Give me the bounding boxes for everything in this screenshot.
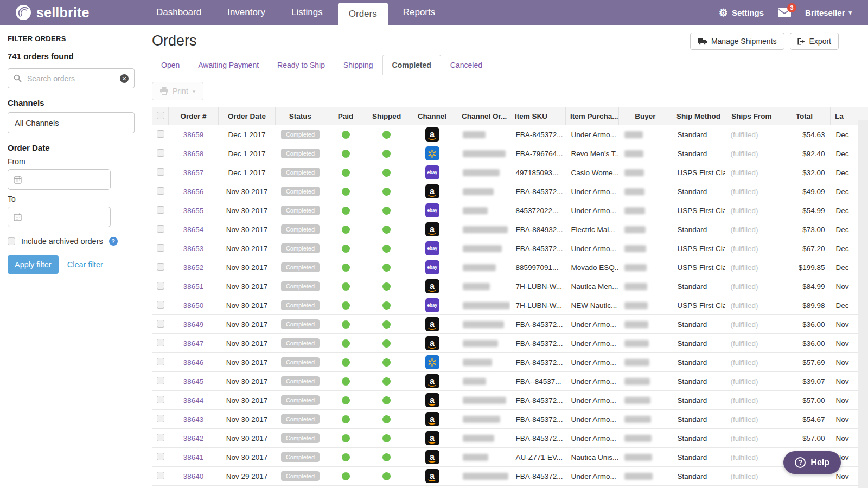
apply-filter-button[interactable]: Apply filter <box>8 255 59 274</box>
shipped-indicator <box>382 396 391 404</box>
order-number-link[interactable]: 38654 <box>183 226 204 234</box>
order-number-link[interactable]: 38647 <box>183 339 204 348</box>
channel-cell: a <box>407 486 457 488</box>
total-cell: $199.85 <box>778 258 831 277</box>
table-row: 38659Dec 1 2017CompletedaFBA-845372...Un… <box>152 125 868 144</box>
order-number-link[interactable]: 38656 <box>183 188 204 196</box>
row-checkbox[interactable] <box>157 301 164 309</box>
row-checkbox[interactable] <box>157 434 164 441</box>
buyer-cell <box>619 448 672 467</box>
scrollbar-track[interactable] <box>858 120 868 488</box>
row-checkbox[interactable] <box>157 244 164 252</box>
select-all-checkbox[interactable] <box>157 112 164 119</box>
order-number-link[interactable]: 38641 <box>183 453 204 461</box>
ships-from-cell: (fulfilled) <box>725 258 778 277</box>
ships-from-cell <box>725 486 778 488</box>
orders-main: Orders Manage Shipments <box>142 25 868 488</box>
account-menu[interactable]: Briteseller ▾ <box>805 8 852 17</box>
tab-open[interactable]: Open <box>152 55 189 75</box>
chevron-down-icon: ▾ <box>193 88 196 95</box>
row-checkbox[interactable] <box>157 225 164 233</box>
order-number-link[interactable]: 38651 <box>183 282 204 291</box>
tab-ready-to-ship[interactable]: Ready to Ship <box>268 55 334 75</box>
filter-title: FILTER ORDERS <box>8 35 135 43</box>
manage-shipments-button[interactable]: Manage Shipments <box>690 33 784 50</box>
archived-checkbox[interactable] <box>8 237 15 245</box>
shipped-cell <box>366 239 407 258</box>
row-checkbox[interactable] <box>157 453 164 460</box>
ships-from-cell: (fulfilled) <box>725 334 778 353</box>
order-number-link[interactable]: 38650 <box>183 301 204 310</box>
buyer-cell <box>619 486 672 488</box>
channels-select[interactable]: All Channels <box>8 112 135 133</box>
row-checkbox[interactable] <box>157 168 164 176</box>
row-checkbox[interactable] <box>157 263 164 271</box>
date-from-input[interactable] <box>8 169 111 190</box>
row-checkbox[interactable] <box>157 282 164 290</box>
date-to-input[interactable] <box>8 207 111 227</box>
settings-button[interactable]: ⚙ Settings <box>719 8 764 18</box>
row-checkbox[interactable] <box>157 358 164 365</box>
paid-cell <box>326 429 366 448</box>
export-button[interactable]: Export <box>790 33 839 50</box>
nav-item-listings[interactable]: Listings <box>280 0 334 25</box>
order-number-link[interactable]: 38640 <box>183 472 204 480</box>
select-all-header <box>152 107 169 125</box>
item-sku-cell: 7H-LUBN-W... <box>510 296 566 315</box>
order-number-link[interactable]: 38653 <box>183 245 204 253</box>
channel-order-cell <box>457 201 510 220</box>
tab-awaiting-payment[interactable]: Awaiting Payment <box>189 55 268 75</box>
ships-from-cell: (fulfilled) <box>725 239 778 258</box>
channel-cell: a <box>407 182 457 201</box>
row-select-cell <box>152 372 169 391</box>
order-number-link[interactable]: 38655 <box>183 207 204 215</box>
ship-method-cell: Standard <box>672 448 725 467</box>
item-sku-cell: FBA-845372... <box>510 239 566 258</box>
row-checkbox[interactable] <box>157 377 164 384</box>
clear-filter-link[interactable]: Clear filter <box>67 260 103 269</box>
total-cell: $54.67 <box>778 410 831 429</box>
help-button[interactable]: ? Help <box>783 451 841 474</box>
row-checkbox[interactable] <box>157 149 164 157</box>
clear-search-icon[interactable]: ✕ <box>120 74 129 83</box>
notifications-button[interactable]: 3 <box>778 8 791 17</box>
status-cell: Completed <box>276 429 326 448</box>
col-order-date: Order Date <box>219 107 276 125</box>
row-checkbox[interactable] <box>157 187 164 195</box>
order-number-link[interactable]: 38642 <box>183 434 204 442</box>
buyer-cell <box>619 391 672 410</box>
order-number-link[interactable]: 38649 <box>183 320 204 329</box>
row-checkbox[interactable] <box>157 320 164 328</box>
order-number-link[interactable]: 38645 <box>183 377 204 386</box>
order-number-link[interactable]: 38646 <box>183 358 204 367</box>
row-checkbox[interactable] <box>157 396 164 403</box>
print-button[interactable]: Print ▾ <box>152 82 203 100</box>
nav-item-orders[interactable]: Orders <box>338 3 388 25</box>
brand[interactable]: sellbrite <box>0 0 145 25</box>
order-number-link[interactable]: 38643 <box>183 415 204 423</box>
channel-order-redacted <box>463 131 486 138</box>
row-checkbox[interactable] <box>157 206 164 214</box>
search-input[interactable] <box>26 74 116 84</box>
row-checkbox[interactable] <box>157 415 164 422</box>
row-checkbox[interactable] <box>157 339 164 346</box>
search-orders-box: ✕ <box>8 68 135 88</box>
row-checkbox[interactable] <box>157 472 164 479</box>
nav-item-dashboard[interactable]: Dashboard <box>145 0 212 25</box>
order-number-link[interactable]: 38652 <box>183 264 204 272</box>
filter-sidebar: FILTER ORDERS 741 orders found ✕ Channel… <box>0 25 142 274</box>
tab-completed[interactable]: Completed <box>382 55 441 75</box>
help-question-icon[interactable]: ? <box>109 237 118 246</box>
order-number-link[interactable]: 38659 <box>183 131 204 139</box>
order-number-link[interactable]: 38657 <box>183 169 204 177</box>
nav-item-inventory[interactable]: Inventory <box>216 0 276 25</box>
row-select-cell <box>152 467 169 486</box>
nav-item-reports[interactable]: Reports <box>392 0 446 25</box>
tab-shipping[interactable]: Shipping <box>334 55 382 75</box>
order-number-link[interactable]: 38644 <box>183 396 204 404</box>
channel-order-redacted <box>463 416 500 423</box>
row-checkbox[interactable] <box>157 130 164 138</box>
total-cell: $67.20 <box>778 239 831 258</box>
tab-canceled[interactable]: Canceled <box>441 55 492 75</box>
order-number-link[interactable]: 38658 <box>183 150 204 158</box>
